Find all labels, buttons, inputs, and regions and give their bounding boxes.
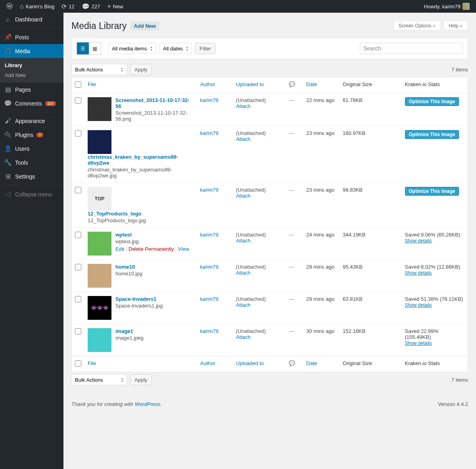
thumbnail[interactable]: TOP xyxy=(88,187,111,211)
thumbnail[interactable]: 👾👾👾 xyxy=(88,296,111,320)
attach-link[interactable]: Attach xyxy=(236,103,251,109)
date-cell: 24 mins ago xyxy=(303,228,340,260)
file-title-link[interactable]: Space-Invaders1 xyxy=(115,296,194,302)
thumbnail[interactable] xyxy=(88,97,111,121)
col-file[interactable]: File xyxy=(84,77,197,93)
thumbnail[interactable] xyxy=(88,328,111,352)
filter-button[interactable]: Filter xyxy=(195,43,215,54)
footer-wp-link[interactable]: WordPress xyxy=(135,401,160,407)
list-view-button[interactable]: ☰ xyxy=(77,42,89,54)
media-type-select[interactable]: All media items xyxy=(108,43,156,54)
col-kraken-foot: Kraken.io Stats xyxy=(402,356,468,372)
show-details-link[interactable]: Show details xyxy=(405,238,432,244)
sidebar-item-media[interactable]: 🎵Media xyxy=(0,44,63,58)
author-link[interactable]: karim79 xyxy=(200,328,218,334)
col-date[interactable]: Date xyxy=(303,77,340,93)
list-icon: ☰ xyxy=(81,46,85,52)
optimize-button[interactable]: Optimize This Image xyxy=(405,187,459,196)
sidebar-collapse[interactable]: ◁Collapse menu xyxy=(0,187,63,201)
sidebar-item-pages[interactable]: ▤Pages xyxy=(0,83,63,96)
thumbnail[interactable] xyxy=(88,264,111,288)
new-content-link[interactable]: +New xyxy=(104,0,126,13)
col-uploaded-to-foot[interactable]: Uploaded to xyxy=(233,356,286,372)
attach-link[interactable]: Attach xyxy=(236,238,251,244)
author-link[interactable]: karim79 xyxy=(200,264,218,270)
view-link[interactable]: View xyxy=(178,246,189,252)
show-details-link[interactable]: Show details xyxy=(405,340,432,346)
row-checkbox[interactable] xyxy=(75,232,81,238)
select-all-bottom[interactable] xyxy=(75,360,81,367)
file-name: wptest.jpg xyxy=(115,238,194,244)
grid-icon: ▦ xyxy=(92,46,97,52)
sidebar-item-users[interactable]: 👤Users xyxy=(0,142,63,156)
row-checkbox[interactable] xyxy=(75,296,81,302)
add-new-button[interactable]: Add New xyxy=(131,21,159,31)
home-icon: ⌂ xyxy=(20,3,24,10)
col-uploaded-to[interactable]: Uploaded to xyxy=(233,77,286,93)
row-checkbox[interactable] xyxy=(75,264,81,270)
delete-link[interactable]: Delete Permanently xyxy=(129,246,174,252)
attach-link[interactable]: Attach xyxy=(236,270,251,276)
author-link[interactable]: karim79 xyxy=(200,97,218,103)
file-title-link[interactable]: home10 xyxy=(115,264,194,270)
sidebar-item-dashboard[interactable]: ⌕Dashboard xyxy=(0,13,63,26)
row-checkbox[interactable] xyxy=(75,328,81,334)
wp-logo[interactable]: ⓦ xyxy=(3,0,16,13)
date-cell: 22 mins ago xyxy=(303,93,340,126)
author-link[interactable]: karim79 xyxy=(200,232,218,238)
col-comments-icon[interactable]: 💬 xyxy=(286,77,303,93)
screen-options-tab[interactable]: Screen Options xyxy=(393,21,441,31)
author-link[interactable]: karim79 xyxy=(200,187,218,193)
sidebar-item-tools[interactable]: 🔧Tools xyxy=(0,156,63,169)
brush-icon: 🖌 xyxy=(4,117,12,125)
file-title-link[interactable]: 12_TopProducts_logo xyxy=(88,211,194,217)
file-title-link[interactable]: christmas_kraken_by_supersams89-d6vp2we xyxy=(88,154,194,166)
comments-link[interactable]: 💬227 xyxy=(79,0,104,13)
sidebar-item-settings[interactable]: ⊞Settings xyxy=(0,169,63,183)
sidebar-subitem-addnew[interactable]: Add New xyxy=(0,70,63,80)
search-input[interactable] xyxy=(360,43,463,54)
file-title-link[interactable]: wptest xyxy=(115,232,194,238)
row-actions: Edit | Delete Permanently | View xyxy=(115,246,194,252)
date-select[interactable]: All dates xyxy=(159,43,192,54)
select-all-top[interactable] xyxy=(75,81,81,88)
show-details-link[interactable]: Show details xyxy=(405,302,432,308)
bulk-actions-select-bottom[interactable]: Bulk Actions xyxy=(71,374,127,385)
grid-view-button[interactable]: ▦ xyxy=(89,42,101,54)
show-details-link[interactable]: Show details xyxy=(405,270,432,276)
attach-link[interactable]: Attach xyxy=(236,136,251,142)
edit-link[interactable]: Edit xyxy=(115,246,124,252)
attach-link[interactable]: Attach xyxy=(236,193,251,199)
col-date-foot[interactable]: Date xyxy=(303,356,340,372)
sidebar-item-posts[interactable]: 📌Posts xyxy=(0,30,63,44)
site-link[interactable]: ⌂Karim's Blog xyxy=(17,0,58,13)
col-file-foot[interactable]: File xyxy=(84,356,197,372)
optimize-button[interactable]: Optimize This Image xyxy=(405,130,459,139)
comment-count: — xyxy=(289,97,294,103)
optimize-button[interactable]: Optimize This Image xyxy=(405,97,459,106)
sidebar-item-plugins[interactable]: 🔌Plugins7 xyxy=(0,128,63,142)
col-author[interactable]: Author xyxy=(197,77,232,93)
bulk-actions-select-top[interactable]: Bulk Actions xyxy=(71,64,127,75)
sidebar-item-comments[interactable]: 💬Comments227 xyxy=(0,96,63,110)
howdy-link[interactable]: Howdy, karim79 xyxy=(421,0,473,13)
sidebar-item-appearance[interactable]: 🖌Appearance xyxy=(0,114,63,128)
file-title-link[interactable]: image1 xyxy=(115,328,194,334)
help-tab[interactable]: Help xyxy=(443,21,468,31)
author-link[interactable]: karim79 xyxy=(200,296,218,302)
updates-link[interactable]: ⟳12 xyxy=(58,0,77,13)
row-checkbox[interactable] xyxy=(75,187,81,193)
apply-button-bottom[interactable]: Apply xyxy=(130,374,152,385)
col-author-foot[interactable]: Author xyxy=(197,356,232,372)
attach-link[interactable]: Attach xyxy=(236,302,251,308)
thumbnail[interactable] xyxy=(88,130,111,154)
thumbnail[interactable] xyxy=(88,232,111,256)
row-checkbox[interactable] xyxy=(75,130,81,136)
col-comments-foot[interactable]: 💬 xyxy=(286,356,303,372)
row-checkbox[interactable] xyxy=(75,97,81,104)
author-link[interactable]: karim79 xyxy=(200,130,218,136)
apply-button-top[interactable]: Apply xyxy=(130,64,152,75)
attach-link[interactable]: Attach xyxy=(236,334,251,340)
sidebar-subitem-library[interactable]: Library xyxy=(0,60,63,70)
file-title-link[interactable]: Screenshot_2013-11-10-17-32-56 xyxy=(115,97,194,109)
